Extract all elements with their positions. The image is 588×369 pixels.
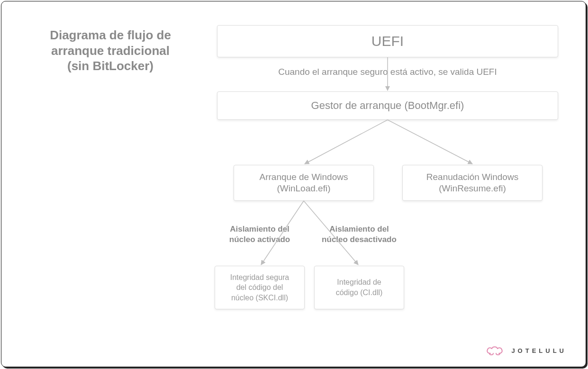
brand-logo: JOTELULU [485, 345, 567, 356]
cloud-icon [485, 345, 506, 356]
edge-label-line: núcleo activado [215, 234, 305, 245]
title-line: arranque tradicional [39, 43, 181, 59]
edge-label-core-on: Aislamiento del núcleo activado [215, 224, 305, 245]
node-label-line: del código del [224, 282, 296, 293]
node-label-line: (WinResume.efi) [411, 183, 534, 194]
arrow-bootmgr-winload [305, 120, 388, 164]
node-label-line: código (CI.dll) [323, 288, 395, 298]
node-ci: Integridad de código (CI.dll) [314, 266, 404, 309]
edge-label-core-off: Aislamiento del núcleo desactivado [314, 224, 404, 245]
node-label-line: Integridad de [323, 277, 395, 288]
node-label: Integridad de código (CI.dll) [323, 277, 395, 297]
edge-label-line: núcleo desactivado [314, 234, 404, 245]
node-label: UEFI [226, 33, 549, 49]
node-label: Reanudación Windows (WinResume.efi) [411, 171, 534, 194]
edge-label-secure-boot: Cuando el arranque seguro está activo, s… [217, 67, 558, 77]
node-label: Arranque de Windows (WinLoad.efi) [243, 171, 365, 194]
node-label: Integridad segura del código del núcleo … [224, 272, 296, 303]
brand-name: JOTELULU [511, 347, 567, 354]
node-winload: Arranque de Windows (WinLoad.efi) [234, 165, 374, 201]
node-label-line: Integridad segura [224, 272, 296, 283]
node-skci: Integridad segura del código del núcleo … [215, 266, 305, 309]
node-bootmgr: Gestor de arranque (BootMgr.efi) [217, 91, 558, 120]
node-label-line: Reanudación Windows [411, 171, 534, 183]
node-label-line: (WinLoad.efi) [243, 183, 365, 194]
arrow-bootmgr-winresume [388, 120, 472, 164]
node-label-line: Arranque de Windows [243, 171, 365, 183]
diagram-title: Diagrama de flujo de arranque tradiciona… [39, 27, 181, 74]
node-label: Gestor de arranque (BootMgr.efi) [226, 99, 549, 112]
diagram-frame: Diagrama de flujo de arranque tradiciona… [1, 1, 586, 367]
node-uefi: UEFI [217, 25, 558, 57]
diagram-canvas: Diagrama de flujo de arranque tradiciona… [0, 0, 588, 369]
node-label-line: núcleo (SKCI.dll) [224, 293, 296, 303]
node-winresume: Reanudación Windows (WinResume.efi) [402, 165, 543, 201]
title-line: (sin BitLocker) [39, 58, 181, 74]
title-line: Diagrama de flujo de [39, 27, 181, 43]
edge-label-line: Aislamiento del [314, 224, 404, 234]
edge-label-line: Aislamiento del [215, 224, 305, 234]
